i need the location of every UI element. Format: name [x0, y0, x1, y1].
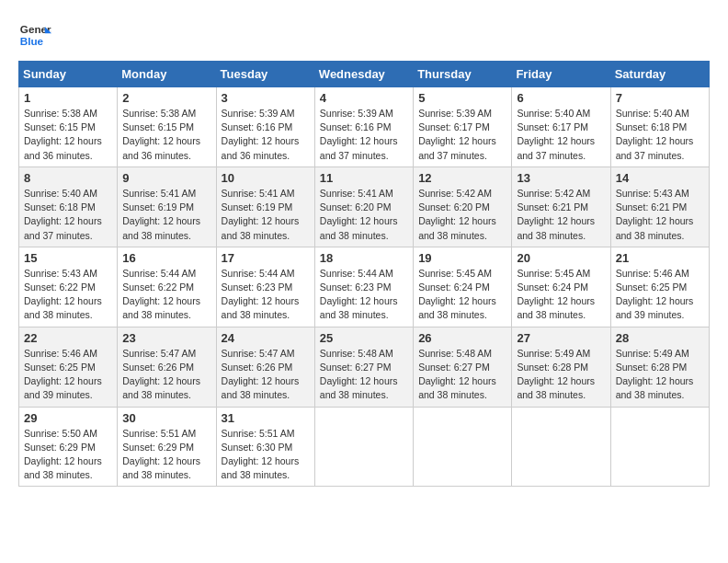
day-detail: Sunrise: 5:39 AMSunset: 6:17 PMDaylight:… — [418, 107, 506, 163]
day-number: 4 — [320, 91, 408, 105]
calendar-day: 21 Sunrise: 5:46 AMSunset: 6:25 PMDaylig… — [610, 247, 709, 327]
calendar-day — [314, 407, 413, 487]
calendar-day: 3 Sunrise: 5:39 AMSunset: 6:16 PMDayligh… — [216, 87, 314, 167]
day-number: 9 — [122, 171, 210, 185]
day-detail: Sunrise: 5:41 AMSunset: 6:19 PMDaylight:… — [122, 187, 210, 243]
day-number: 30 — [122, 411, 210, 425]
calendar-day: 30 Sunrise: 5:51 AMSunset: 6:29 PMDaylig… — [118, 407, 216, 487]
day-number: 21 — [616, 251, 704, 265]
day-detail: Sunrise: 5:47 AMSunset: 6:26 PMDaylight:… — [122, 347, 210, 403]
header-day: Thursday — [414, 62, 512, 87]
day-detail: Sunrise: 5:46 AMSunset: 6:25 PMDaylight:… — [24, 347, 112, 403]
calendar-week-row: 1 Sunrise: 5:38 AMSunset: 6:15 PMDayligh… — [19, 87, 710, 167]
day-number: 16 — [122, 251, 210, 265]
calendar-day: 22 Sunrise: 5:46 AMSunset: 6:25 PMDaylig… — [19, 327, 118, 407]
calendar-week-row: 22 Sunrise: 5:46 AMSunset: 6:25 PMDaylig… — [19, 327, 710, 407]
day-detail: Sunrise: 5:44 AMSunset: 6:23 PMDaylight:… — [222, 267, 310, 323]
day-detail: Sunrise: 5:49 AMSunset: 6:28 PMDaylight:… — [616, 347, 704, 403]
calendar-day: 26 Sunrise: 5:48 AMSunset: 6:27 PMDaylig… — [414, 327, 512, 407]
day-number: 23 — [122, 331, 210, 345]
logo-icon: General Blue — [18, 18, 51, 52]
svg-text:Blue: Blue — [20, 35, 44, 47]
calendar-day: 11 Sunrise: 5:41 AMSunset: 6:20 PMDaylig… — [314, 167, 413, 247]
day-detail: Sunrise: 5:43 AMSunset: 6:22 PMDaylight:… — [24, 267, 112, 323]
calendar: SundayMondayTuesdayWednesdayThursdayFrid… — [18, 61, 710, 487]
day-detail: Sunrise: 5:50 AMSunset: 6:29 PMDaylight:… — [24, 427, 112, 483]
day-detail: Sunrise: 5:49 AMSunset: 6:28 PMDaylight:… — [517, 347, 605, 403]
calendar-day: 29 Sunrise: 5:50 AMSunset: 6:29 PMDaylig… — [19, 407, 118, 487]
header-day: Wednesday — [314, 62, 413, 87]
calendar-day: 25 Sunrise: 5:48 AMSunset: 6:27 PMDaylig… — [314, 327, 413, 407]
calendar-day: 28 Sunrise: 5:49 AMSunset: 6:28 PMDaylig… — [610, 327, 709, 407]
calendar-day: 17 Sunrise: 5:44 AMSunset: 6:23 PMDaylig… — [216, 247, 314, 327]
day-detail: Sunrise: 5:42 AMSunset: 6:21 PMDaylight:… — [517, 187, 605, 243]
day-number: 17 — [222, 251, 310, 265]
header-day: Sunday — [19, 62, 118, 87]
day-detail: Sunrise: 5:48 AMSunset: 6:27 PMDaylight:… — [418, 347, 506, 403]
day-detail: Sunrise: 5:40 AMSunset: 6:18 PMDaylight:… — [24, 187, 112, 243]
day-number: 26 — [418, 331, 506, 345]
day-detail: Sunrise: 5:46 AMSunset: 6:25 PMDaylight:… — [616, 267, 704, 323]
calendar-day: 5 Sunrise: 5:39 AMSunset: 6:17 PMDayligh… — [414, 87, 512, 167]
day-detail: Sunrise: 5:38 AMSunset: 6:15 PMDaylight:… — [122, 107, 210, 163]
day-number: 25 — [320, 331, 408, 345]
day-number: 2 — [122, 91, 210, 105]
day-number: 10 — [222, 171, 310, 185]
calendar-day: 19 Sunrise: 5:45 AMSunset: 6:24 PMDaylig… — [414, 247, 512, 327]
calendar-day: 4 Sunrise: 5:39 AMSunset: 6:16 PMDayligh… — [314, 87, 413, 167]
day-number: 8 — [24, 171, 112, 185]
day-number: 18 — [320, 251, 408, 265]
day-detail: Sunrise: 5:43 AMSunset: 6:21 PMDaylight:… — [616, 187, 704, 243]
calendar-day: 7 Sunrise: 5:40 AMSunset: 6:18 PMDayligh… — [610, 87, 709, 167]
calendar-day: 24 Sunrise: 5:47 AMSunset: 6:26 PMDaylig… — [216, 327, 314, 407]
day-detail: Sunrise: 5:40 AMSunset: 6:18 PMDaylight:… — [616, 107, 704, 163]
day-number: 22 — [24, 331, 112, 345]
calendar-day: 31 Sunrise: 5:51 AMSunset: 6:30 PMDaylig… — [216, 407, 314, 487]
calendar-day — [512, 407, 610, 487]
header-day: Saturday — [610, 62, 709, 87]
day-detail: Sunrise: 5:44 AMSunset: 6:23 PMDaylight:… — [320, 267, 408, 323]
calendar-day: 18 Sunrise: 5:44 AMSunset: 6:23 PMDaylig… — [314, 247, 413, 327]
day-detail: Sunrise: 5:39 AMSunset: 6:16 PMDaylight:… — [320, 107, 408, 163]
calendar-day: 10 Sunrise: 5:41 AMSunset: 6:19 PMDaylig… — [216, 167, 314, 247]
day-detail: Sunrise: 5:48 AMSunset: 6:27 PMDaylight:… — [320, 347, 408, 403]
header: General Blue — [18, 18, 710, 52]
day-number: 27 — [517, 331, 605, 345]
day-number: 1 — [24, 91, 112, 105]
day-number: 20 — [517, 251, 605, 265]
calendar-day: 1 Sunrise: 5:38 AMSunset: 6:15 PMDayligh… — [19, 87, 118, 167]
calendar-day: 14 Sunrise: 5:43 AMSunset: 6:21 PMDaylig… — [610, 167, 709, 247]
calendar-day: 27 Sunrise: 5:49 AMSunset: 6:28 PMDaylig… — [512, 327, 610, 407]
day-detail: Sunrise: 5:47 AMSunset: 6:26 PMDaylight:… — [222, 347, 310, 403]
calendar-day: 23 Sunrise: 5:47 AMSunset: 6:26 PMDaylig… — [118, 327, 216, 407]
calendar-day: 15 Sunrise: 5:43 AMSunset: 6:22 PMDaylig… — [19, 247, 118, 327]
day-number: 3 — [222, 91, 310, 105]
calendar-day — [414, 407, 512, 487]
day-detail: Sunrise: 5:40 AMSunset: 6:17 PMDaylight:… — [517, 107, 605, 163]
logo: General Blue — [18, 18, 51, 52]
header-day: Friday — [512, 62, 610, 87]
day-detail: Sunrise: 5:41 AMSunset: 6:20 PMDaylight:… — [320, 187, 408, 243]
calendar-day: 2 Sunrise: 5:38 AMSunset: 6:15 PMDayligh… — [118, 87, 216, 167]
day-number: 13 — [517, 171, 605, 185]
calendar-day: 13 Sunrise: 5:42 AMSunset: 6:21 PMDaylig… — [512, 167, 610, 247]
calendar-day: 16 Sunrise: 5:44 AMSunset: 6:22 PMDaylig… — [118, 247, 216, 327]
calendar-header-row: SundayMondayTuesdayWednesdayThursdayFrid… — [19, 62, 710, 87]
day-detail: Sunrise: 5:44 AMSunset: 6:22 PMDaylight:… — [122, 267, 210, 323]
day-detail: Sunrise: 5:51 AMSunset: 6:30 PMDaylight:… — [222, 427, 310, 483]
header-day: Tuesday — [216, 62, 314, 87]
calendar-day — [610, 407, 709, 487]
calendar-day: 20 Sunrise: 5:45 AMSunset: 6:24 PMDaylig… — [512, 247, 610, 327]
day-detail: Sunrise: 5:45 AMSunset: 6:24 PMDaylight:… — [517, 267, 605, 323]
day-number: 28 — [616, 331, 704, 345]
day-detail: Sunrise: 5:41 AMSunset: 6:19 PMDaylight:… — [222, 187, 310, 243]
day-detail: Sunrise: 5:51 AMSunset: 6:29 PMDaylight:… — [122, 427, 210, 483]
day-number: 11 — [320, 171, 408, 185]
day-number: 6 — [517, 91, 605, 105]
day-detail: Sunrise: 5:39 AMSunset: 6:16 PMDaylight:… — [222, 107, 310, 163]
calendar-day: 9 Sunrise: 5:41 AMSunset: 6:19 PMDayligh… — [118, 167, 216, 247]
day-detail: Sunrise: 5:38 AMSunset: 6:15 PMDaylight:… — [24, 107, 112, 163]
day-number: 19 — [418, 251, 506, 265]
day-number: 15 — [24, 251, 112, 265]
day-detail: Sunrise: 5:45 AMSunset: 6:24 PMDaylight:… — [418, 267, 506, 323]
